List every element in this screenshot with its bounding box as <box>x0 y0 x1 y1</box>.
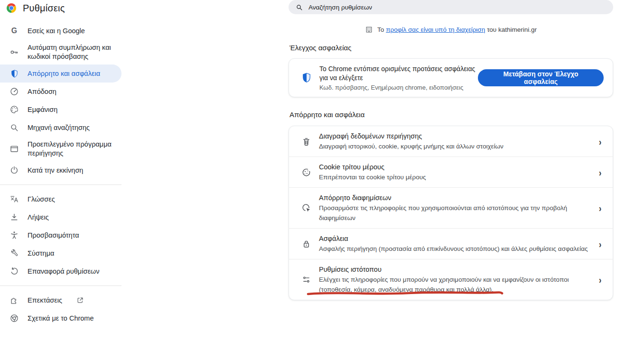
settings-header: Ρυθμίσεις <box>0 0 65 16</box>
speedometer-icon <box>9 87 19 96</box>
safety-check-text: Το Chrome εντόπισε ορισμένες προτάσεις α… <box>319 65 478 91</box>
sidebar-item-label: Απόρρητο και ασφάλεια <box>28 69 100 78</box>
wrench-icon <box>9 249 19 258</box>
organization-building-icon <box>365 26 373 34</box>
row-subtitle: Διαγραφή ιστορικού, cookie, κρυφής μνήμη… <box>319 141 590 151</box>
chevron-right-icon: › <box>599 167 604 177</box>
sidebar-item-on-startup[interactable]: Κατά την εκκίνηση <box>0 161 121 179</box>
search-icon <box>296 4 303 11</box>
row-title: Ασφάλεια <box>319 234 590 244</box>
managed-notice-suffix: του kathimerini.gr <box>487 26 537 33</box>
chrome-settings-page: Ρυθμίσεις G Εσείς και η Google Αυτόματη … <box>0 0 644 341</box>
sidebar-item-extensions[interactable]: Επεκτάσεις <box>0 291 121 309</box>
safety-check-heading: Έλεγχος ασφαλείας <box>289 44 351 52</box>
managed-notice-prefix: Το <box>377 26 384 33</box>
sidebar-item-about-chrome[interactable]: Σχετικά με το Chrome <box>0 309 121 327</box>
svg-text:G: G <box>11 27 17 35</box>
sidebar-item-reset-settings[interactable]: Επαναφορά ρυθμίσεων <box>0 262 121 280</box>
sidebar-item-label: Μηχανή αναζήτησης <box>28 123 90 132</box>
row-text: Απόρρητο διαφημίσεων Προσαρμόστε τις πλη… <box>319 193 590 223</box>
sidebar-divider <box>0 184 121 185</box>
row-subtitle: Προσαρμόστε τις πληροφορίες που χρησιμοπ… <box>319 203 590 223</box>
power-icon <box>9 166 19 175</box>
settings-sidebar: G Εσείς και η Google Αυτόματη συμπλήρωση… <box>0 22 121 327</box>
sidebar-item-label: Σύστημα <box>28 249 54 258</box>
row-text: Ρυθμίσεις ιστότοπου Ελέγχει τις πληροφορ… <box>319 265 590 295</box>
translate-icon <box>9 194 19 204</box>
managed-profile-link[interactable]: προφίλ σας είναι υπό τη διαχείριση <box>386 26 485 33</box>
go-to-safety-check-button[interactable]: Μετάβαση στον Έλεγχο ασφαλείας <box>478 69 604 86</box>
sidebar-item-languages[interactable]: Γλώσσες <box>0 190 121 208</box>
chevron-right-icon: › <box>599 137 604 147</box>
shield-icon <box>9 69 19 78</box>
chevron-right-icon: › <box>599 239 604 249</box>
cookie-icon <box>301 167 311 177</box>
chevron-right-icon: › <box>599 203 604 213</box>
download-icon <box>9 212 19 222</box>
sidebar-item-search-engine[interactable]: Μηχανή αναζήτησης <box>0 119 121 137</box>
key-icon <box>9 47 19 57</box>
chevron-right-icon: › <box>599 275 604 285</box>
row-site-settings[interactable]: Ρυθμίσεις ιστότοπου Ελέγχει τις πληροφορ… <box>289 259 613 300</box>
row-security[interactable]: Ασφάλεια Ασφαλής περιήγηση (προστασία απ… <box>289 228 613 259</box>
sidebar-item-label: Επεκτάσεις <box>28 296 62 305</box>
sidebar-item-label: Αυτόματη συμπλήρωση και κωδικοί πρόσβαση… <box>28 43 116 61</box>
sidebar-item-accessibility[interactable]: Προσβασιμότητα <box>0 226 121 244</box>
palette-icon <box>9 105 19 114</box>
sidebar-item-label: Κατά την εκκίνηση <box>28 166 83 175</box>
safety-check-card: Το Chrome εντόπισε ορισμένες προτάσεις α… <box>289 58 613 97</box>
managed-notice-text: Το προφίλ σας είναι υπό τη διαχείριση το… <box>377 26 537 33</box>
settings-search-bar[interactable] <box>289 0 613 14</box>
row-text: Διαγραφή δεδομένων περιήγησης Διαγραφή ι… <box>319 131 590 151</box>
row-title: Διαγραφή δεδομένων περιήγησης <box>319 131 590 141</box>
reset-arrow-icon <box>9 267 19 276</box>
sidebar-item-performance[interactable]: Απόδοση <box>0 83 121 101</box>
sidebar-item-label: Προεπιλεγμένο πρόγραμμα περιήγησης <box>28 140 116 158</box>
row-text: Cookie τρίτου μέρους Επιτρέπονται τα coo… <box>319 162 590 182</box>
tune-sliders-icon <box>301 275 311 285</box>
row-title: Ρυθμίσεις ιστότοπου <box>319 265 590 275</box>
sidebar-item-default-browser[interactable]: Προεπιλεγμένο πρόγραμμα περιήγησης <box>0 137 121 161</box>
sidebar-divider <box>0 286 121 286</box>
sidebar-item-label: Απόδοση <box>28 87 56 96</box>
row-title: Cookie τρίτου μέρους <box>319 162 590 172</box>
chrome-outline-icon <box>9 313 19 323</box>
accessibility-icon <box>9 230 19 240</box>
row-third-party-cookies[interactable]: Cookie τρίτου μέρους Επιτρέπονται τα coo… <box>289 157 613 187</box>
external-link-icon <box>76 296 84 304</box>
sidebar-item-system[interactable]: Σύστημα <box>0 244 121 262</box>
sidebar-item-label: Σχετικά με το Chrome <box>28 314 94 323</box>
sidebar-item-label: Γλώσσες <box>28 195 55 204</box>
ads-click-icon <box>301 203 311 213</box>
row-title: Απόρρητο διαφημίσεων <box>319 193 590 203</box>
sidebar-item-label: Προσβασιμότητα <box>28 231 79 240</box>
sidebar-item-you-and-google[interactable]: G Εσείς και η Google <box>0 22 121 40</box>
managed-profile-notice: Το προφίλ σας είναι υπό τη διαχείριση το… <box>289 26 613 34</box>
row-clear-browsing-data[interactable]: Διαγραφή δεδομένων περιήγησης Διαγραφή ι… <box>289 126 613 157</box>
row-subtitle: Επιτρέπονται τα cookie τρίτου μέρους <box>319 172 590 182</box>
row-text: Ασφάλεια Ασφαλής περιήγηση (προστασία απ… <box>319 234 590 254</box>
chrome-logo-icon <box>6 2 17 14</box>
settings-main: Το προφίλ σας είναι υπό τη διαχείριση το… <box>289 0 613 341</box>
sidebar-item-label: Λήψεις <box>28 213 49 222</box>
sidebar-item-label: Εσείς και η Google <box>28 27 85 36</box>
privacy-security-card: Διαγραφή δεδομένων περιήγησης Διαγραφή ι… <box>289 126 613 300</box>
puzzle-icon <box>9 295 19 305</box>
browser-window-icon <box>9 144 19 154</box>
row-ad-privacy[interactable]: Απόρρητο διαφημίσεων Προσαρμόστε τις πλη… <box>289 187 613 228</box>
sidebar-item-appearance[interactable]: Εμφάνιση <box>0 101 121 119</box>
search-icon <box>9 123 19 132</box>
sidebar-item-downloads[interactable]: Λήψεις <box>0 208 121 226</box>
shield-icon <box>301 72 312 83</box>
privacy-security-heading: Απόρρητο και ασφάλεια <box>289 111 364 119</box>
row-subtitle: Ελέγχει τις πληροφορίες που μπορούν να χ… <box>319 275 590 295</box>
sidebar-item-privacy-security[interactable]: Απόρρητο και ασφάλεια <box>0 65 121 83</box>
google-g-icon: G <box>9 26 19 36</box>
page-title: Ρυθμίσεις <box>23 3 65 14</box>
trash-icon <box>301 136 311 147</box>
safety-check-subtitle: Κωδ. πρόσβασης, Ενημέρωση chrome, ειδοπο… <box>319 84 478 91</box>
search-input[interactable] <box>308 4 606 11</box>
sidebar-item-autofill[interactable]: Αυτόματη συμπλήρωση και κωδικοί πρόσβαση… <box>0 40 121 65</box>
safety-check-title: Το Chrome εντόπισε ορισμένες προτάσεις α… <box>319 65 478 83</box>
sidebar-item-label: Επαναφορά ρυθμίσεων <box>28 267 99 276</box>
